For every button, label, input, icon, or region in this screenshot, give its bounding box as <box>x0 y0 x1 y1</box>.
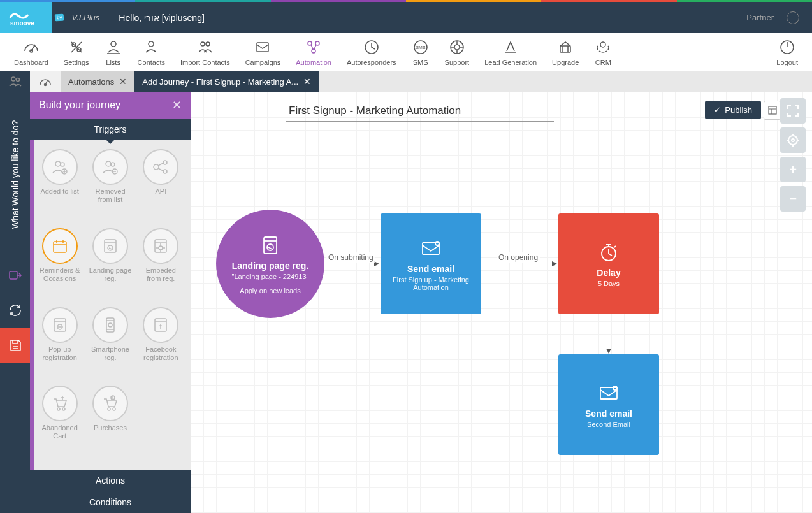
svg-point-47 <box>113 408 115 410</box>
logo-smoove: smoove <box>0 2 52 33</box>
svg-point-54 <box>267 244 273 250</box>
center-button[interactable] <box>780 127 806 153</box>
tool-settings[interactable]: Settings <box>56 36 97 69</box>
sidebar-people-icon[interactable] <box>0 71 30 92</box>
stopwatch-icon <box>597 241 620 264</box>
svg-text:smoove: smoove <box>10 20 34 27</box>
sidebar-save-icon[interactable] <box>0 328 30 363</box>
globe-icon[interactable] <box>787 11 799 24</box>
tool-sms[interactable]: SMSSMS <box>404 36 437 69</box>
accordion-conditions[interactable]: Conditions <box>30 491 191 513</box>
svg-rect-23 <box>10 271 17 279</box>
tool-import-contacts[interactable]: Import Contacts <box>173 36 238 69</box>
svg-point-59 <box>613 386 617 390</box>
svg-point-25 <box>61 163 64 166</box>
page-icon <box>259 234 282 257</box>
node-title: Delay <box>597 268 620 278</box>
accordion-actions[interactable]: Actions <box>30 470 191 491</box>
svg-text:SMS: SMS <box>416 45 426 50</box>
tool-automation[interactable]: Automation <box>288 36 339 69</box>
sidebar-refresh-icon[interactable] <box>0 293 30 328</box>
journey-panel: Build your journey ✕ Triggers Added to l… <box>30 92 191 513</box>
close-icon[interactable]: ✕ <box>172 98 182 112</box>
svg-point-24 <box>55 161 61 166</box>
tab-automations[interactable]: Automations ✕ <box>61 71 134 92</box>
what-would-label: What Would you like to do? <box>0 92 30 257</box>
logo-block[interactable]: smoove by V.I.Plus <box>0 2 106 33</box>
panel-header: Build your journey ✕ <box>30 92 191 119</box>
svg-rect-17 <box>560 46 570 52</box>
trigger-facebook[interactable]: fFacebook registration <box>136 307 185 382</box>
tool-crm[interactable]: CRM <box>586 36 620 69</box>
trigger-abandoned-cart[interactable]: Abandoned Cart <box>35 386 84 461</box>
top-accent-bar <box>0 0 812 2</box>
trigger-added-to-list[interactable]: Added to list <box>35 149 84 224</box>
svg-text:$: $ <box>112 396 114 400</box>
svg-text:f: f <box>160 322 163 331</box>
connector-label: On opening <box>497 252 540 263</box>
header-bar: smoove by V.I.Plus Hello, אורי [viplusen… <box>0 2 812 33</box>
fullscreen-button[interactable] <box>780 98 806 124</box>
trigger-purchases[interactable]: $Purchases <box>85 386 134 461</box>
svg-point-11 <box>312 49 315 53</box>
tool-upgrade[interactable]: Upgrade <box>544 36 586 69</box>
trigger-removed-from-list[interactable]: Removed from list <box>85 149 134 224</box>
trigger-smartphone[interactable]: Smartphone reg. <box>85 307 134 382</box>
journey-canvas[interactable]: ✓ Publish + − Landing page reg. "Landing… <box>191 92 812 513</box>
trigger-reminders[interactable]: Reminders & Occasions <box>35 228 84 303</box>
node-title: Landing page reg. <box>232 261 309 271</box>
tool-lists[interactable]: Lists <box>97 36 130 69</box>
email-icon <box>597 382 620 405</box>
triggers-grid: Added to list Removed from list API Remi… <box>30 140 191 470</box>
tool-campaigns[interactable]: Campaigns <box>238 36 289 69</box>
canvas-title-wrap <box>286 101 761 122</box>
partner-link[interactable]: Partner <box>746 13 774 22</box>
svg-point-32 <box>163 170 167 173</box>
node-subtitle: "Landing page - 224913" <box>232 273 309 280</box>
trigger-api[interactable]: API <box>136 149 185 224</box>
publish-button[interactable]: ✓ Publish <box>705 101 761 119</box>
connector-arrow-down <box>609 315 609 353</box>
panel-title: Build your journey <box>39 99 120 111</box>
svg-point-44 <box>57 408 60 410</box>
node-send-email-1[interactable]: Send email First Sign up - Marketing Aut… <box>381 213 481 314</box>
svg-point-35 <box>108 245 113 250</box>
svg-point-21 <box>16 78 19 82</box>
node-delay[interactable]: Delay 5 Days <box>558 213 659 314</box>
zoom-out-button[interactable]: − <box>780 186 806 212</box>
svg-point-52 <box>792 139 794 141</box>
tool-logout[interactable]: Logout <box>769 36 806 69</box>
main-area: What Would you like to do? Build your jo… <box>0 92 812 513</box>
svg-point-28 <box>111 163 115 166</box>
zoom-in-button[interactable]: + <box>780 157 806 182</box>
svg-point-7 <box>206 42 210 46</box>
svg-point-31 <box>163 161 167 164</box>
purple-accent <box>30 92 34 513</box>
email-icon <box>419 237 442 260</box>
close-icon[interactable]: ✕ <box>303 76 311 87</box>
user-name: אורי [vipluseng] <box>144 13 205 23</box>
check-icon: ✓ <box>714 105 721 115</box>
tool-dashboard[interactable]: Dashboard <box>6 36 56 69</box>
tab-dashboard-icon[interactable] <box>30 71 61 92</box>
accordion-triggers[interactable]: Triggers <box>30 119 191 140</box>
partner-brand: V.I.Plus <box>65 13 106 22</box>
tool-lead-generation[interactable]: Lead Generation <box>477 36 544 69</box>
tab-add-journey[interactable]: Add Journey - First Signup - Marketing A… <box>134 71 319 92</box>
node-subtitle: First Sign up - Marketing Automation <box>387 276 475 291</box>
tool-autoresponders[interactable]: Autoresponders <box>339 36 404 69</box>
svg-rect-58 <box>600 387 617 399</box>
template-button[interactable] <box>764 101 781 120</box>
node-send-email-2[interactable]: Send email Second Email <box>558 354 659 455</box>
journey-title-input[interactable] <box>286 101 554 122</box>
sidebar-exit-icon[interactable] <box>0 257 30 293</box>
trigger-landing-page[interactable]: Landing page reg. <box>85 228 134 303</box>
svg-rect-50 <box>769 106 776 114</box>
svg-rect-8 <box>257 43 268 52</box>
tool-contacts[interactable]: Contacts <box>130 36 173 69</box>
node-landing-page[interactable]: Landing page reg. "Landing page - 224913… <box>216 210 324 318</box>
trigger-popup[interactable]: Pop-up registration <box>35 307 84 382</box>
trigger-embeded[interactable]: Embeded from reg. <box>136 228 185 303</box>
tool-support[interactable]: Support <box>437 36 477 69</box>
close-icon[interactable]: ✕ <box>119 76 127 87</box>
